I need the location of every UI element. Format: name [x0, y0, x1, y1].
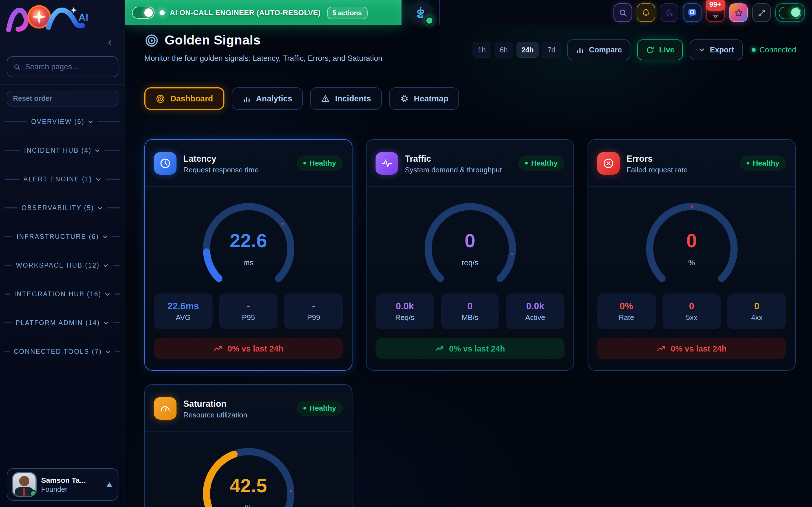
dark-mode-button[interactable]	[660, 3, 678, 22]
errors-card[interactable]: Errors Failed request rate Healthy	[588, 139, 796, 371]
saturation-card[interactable]: Saturation Resource utilization Healthy	[144, 384, 352, 507]
app-window: AI Reset order OVERVIEW (6)	[0, 0, 812, 507]
chat-bubble-icon	[687, 7, 698, 18]
chevron-down-icon	[87, 119, 94, 125]
sidebar-search[interactable]	[7, 56, 118, 77]
page-subtitle: Monitor the four golden signals: Latency…	[144, 54, 382, 62]
favorites-button[interactable]	[729, 3, 748, 22]
moon-icon	[665, 8, 673, 17]
auto-resolve-toggle[interactable]	[132, 7, 154, 18]
time-range-6h[interactable]: 6h	[495, 42, 513, 58]
chevron-down-icon	[97, 205, 103, 211]
ai-oncall-banner: AI ON-CALL ENGINEER (AUTO-RESOLVE) 5 act…	[125, 0, 402, 25]
power-toggle[interactable]	[775, 3, 805, 22]
circle-x-icon	[597, 152, 620, 174]
sidebar-collapse-button[interactable]	[105, 38, 114, 47]
latency-card[interactable]: Latency Request response time Healthy	[144, 139, 352, 371]
chevron-down-icon	[102, 262, 109, 269]
reset-order-button[interactable]: Reset order	[7, 91, 118, 107]
header-controls: 1h 6h 24h 7d Compare Live	[472, 40, 796, 60]
sidebar-item-alert-engine[interactable]: ALERT ENGINE (1)	[0, 173, 124, 185]
time-range-24h[interactable]: 24h	[516, 42, 539, 58]
topbar-icons: 99+	[613, 3, 805, 22]
sidebar: AI Reset order OVERVIEW (6)	[0, 0, 125, 507]
bell-icon	[641, 8, 651, 17]
compare-button[interactable]: Compare	[567, 40, 630, 60]
traffic-card[interactable]: Traffic System demand & throughput Healt…	[366, 139, 574, 371]
search-input[interactable]	[25, 62, 112, 71]
card-subtitle: Failed request rate	[626, 165, 688, 174]
chevron-down-icon	[104, 291, 110, 297]
tab-incidents[interactable]: Incidents	[310, 87, 382, 110]
trend-indicator: 0% vs last 24h	[154, 338, 343, 359]
bar-chart-icon	[576, 46, 585, 54]
sidebar-item-infrastructure[interactable]: INFRASTRUCTURE (6)	[0, 230, 124, 243]
notifications-button[interactable]	[637, 3, 655, 22]
profile-role: Founder	[41, 486, 86, 494]
status-badge: Healthy	[297, 400, 343, 416]
sidebar-item-workspace-hub[interactable]: WORKSPACE HUB (12)	[0, 259, 124, 272]
banner-status-dot	[160, 10, 165, 15]
ai-assistant-button[interactable]	[402, 0, 440, 25]
live-button[interactable]: Live	[637, 40, 683, 60]
nova-ai-logo[interactable]: AI	[4, 2, 93, 33]
sidebar-item-platform-admin[interactable]: PLATFORM ADMIN (14)	[0, 317, 124, 329]
search-icon	[13, 63, 20, 71]
card-subtitle: Request response time	[183, 165, 259, 174]
errors-gauge: 0 %	[588, 187, 795, 293]
trending-up-icon	[657, 344, 666, 353]
tab-heatmap[interactable]: Heatmap	[389, 87, 459, 110]
chat-button[interactable]	[683, 3, 702, 22]
trend-indicator: 0% vs last 24h	[597, 338, 786, 359]
trending-up-icon	[213, 344, 223, 353]
sidebar-item-incident-hub[interactable]: INCIDENT HUB (4)	[0, 144, 124, 157]
chevron-down-icon	[94, 147, 101, 154]
tab-dashboard[interactable]: Dashboard	[144, 87, 224, 110]
sidebar-item-observability[interactable]: OBSERVABILITY (5)	[0, 202, 124, 214]
fullscreen-button[interactable]	[752, 3, 771, 22]
actions-count-chip[interactable]: 5 actions	[327, 6, 367, 19]
chevron-down-icon	[698, 46, 705, 54]
sidebar-divider	[0, 84, 124, 85]
chevron-left-icon	[107, 40, 113, 46]
view-tabs: Dashboard Analytics Incidents	[144, 87, 459, 110]
trend-indicator: 0% vs last 24h	[375, 338, 564, 359]
time-range-group: 1h 6h 24h 7d	[472, 42, 561, 58]
bar-chart-icon	[243, 94, 251, 103]
assistant-online-dot	[425, 16, 434, 25]
activity-icon	[375, 152, 398, 174]
refresh-icon	[646, 45, 655, 54]
sidebar-item-connected-tools[interactable]: CONNECTED TOOLS (7)	[0, 345, 124, 358]
user-profile-card[interactable]: Samson Ta... Founder	[7, 468, 118, 501]
chevron-down-icon	[105, 348, 111, 355]
sidebar-item-overview[interactable]: OVERVIEW (6)	[0, 115, 124, 128]
notification-count-badge: 99+	[705, 0, 725, 10]
search-icon	[618, 8, 627, 17]
clock-icon	[154, 152, 176, 174]
sidebar-sections: OVERVIEW (6) INCIDENT HUB (4) ALERT ENGI…	[0, 115, 124, 374]
connected-dot	[751, 48, 755, 52]
avatar	[13, 473, 36, 496]
tab-analytics[interactable]: Analytics	[232, 87, 303, 110]
sidebar-item-integration-hub[interactable]: INTEGRATION HUB (16)	[0, 288, 124, 300]
page-title: Golden Signals	[165, 33, 260, 48]
chevron-down-icon	[95, 176, 101, 182]
online-status-dot	[30, 490, 36, 496]
robot-icon	[414, 6, 427, 19]
main-content: Golden Signals Monitor the four golden s…	[125, 25, 812, 507]
expand-icon	[757, 8, 766, 17]
svg-text:AI: AI	[79, 12, 88, 23]
search-button[interactable]	[613, 3, 632, 22]
topbar: AI ON-CALL ENGINEER (AUTO-RESOLVE) 5 act…	[125, 0, 812, 25]
traffic-gauge: 0 req/s	[366, 187, 573, 293]
profile-expand-caret	[107, 482, 112, 487]
export-button[interactable]: Export	[690, 40, 743, 60]
connection-status: Connected	[751, 46, 796, 54]
inbox-button[interactable]: 99+	[706, 3, 725, 22]
status-badge: Healthy	[518, 156, 564, 171]
status-badge: Healthy	[297, 156, 343, 171]
time-range-1h[interactable]: 1h	[472, 42, 491, 58]
time-range-7d[interactable]: 7d	[542, 42, 561, 58]
chevron-down-icon	[102, 233, 108, 240]
chip-icon	[400, 94, 409, 103]
